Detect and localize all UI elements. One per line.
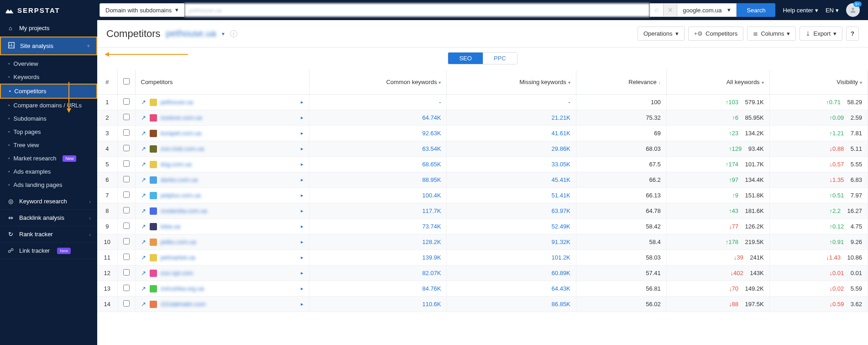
competitor-domain[interactable]: pethouse.ua xyxy=(161,99,193,106)
missing-keywords[interactable]: 52.49K xyxy=(447,219,576,234)
external-link-icon[interactable]: ↗ xyxy=(141,145,146,152)
missing-keywords[interactable]: 45.41K xyxy=(447,172,576,188)
columns-button[interactable]: ≣ Columns ▾ xyxy=(747,27,796,41)
row-checkbox[interactable] xyxy=(123,223,130,229)
sidebar-sub-item[interactable]: Market researchNew xyxy=(0,152,97,165)
common-keywords[interactable]: 92.63K xyxy=(309,126,447,141)
external-link-icon[interactable]: ↗ xyxy=(141,239,146,245)
expand-icon[interactable]: ▸ xyxy=(301,286,303,292)
col-all[interactable]: All keywords▾ xyxy=(666,70,769,95)
common-keywords[interactable]: 110.6K xyxy=(309,297,447,312)
common-keywords[interactable]: 63.54K xyxy=(309,141,447,157)
common-keywords[interactable]: 139.9K xyxy=(309,250,447,265)
missing-keywords[interactable]: 63.97K xyxy=(447,203,576,219)
common-keywords[interactable]: 68.65K xyxy=(309,157,447,172)
expand-icon[interactable]: ▸ xyxy=(301,223,303,229)
expand-icon[interactable]: ▸ xyxy=(301,192,303,198)
common-keywords[interactable]: 117.7K xyxy=(309,203,447,219)
row-checkbox[interactable] xyxy=(123,129,130,136)
common-keywords[interactable]: 88.95K xyxy=(309,172,447,188)
sidebar-sub-item[interactable]: Ads landing pages xyxy=(0,178,97,191)
missing-keywords[interactable]: 41.61K xyxy=(447,126,576,141)
expand-icon[interactable]: ▸ xyxy=(301,130,303,136)
competitor-domain[interactable]: petko.com.ua xyxy=(161,239,196,245)
sidebar-sub-item[interactable]: Subdomains xyxy=(0,112,97,125)
operations-button[interactable]: Operations ▾ xyxy=(638,27,685,41)
sidebar-item-rank-tracker[interactable]: ↻ Rank tracker › xyxy=(0,226,97,243)
common-keywords[interactable]: 84.76K xyxy=(309,281,447,297)
row-checkbox[interactable] xyxy=(123,98,130,105)
external-link-icon[interactable]: ↗ xyxy=(141,161,146,168)
missing-keywords[interactable]: - xyxy=(447,95,576,110)
language-select[interactable]: EN ▾ xyxy=(826,7,839,14)
expand-icon[interactable]: ▸ xyxy=(301,115,303,121)
common-keywords[interactable]: 73.74K xyxy=(309,219,447,234)
expand-icon[interactable]: ▸ xyxy=(301,255,303,260)
col-relevance[interactable]: Relevance↓ xyxy=(576,70,666,95)
row-checkbox[interactable] xyxy=(123,269,130,276)
col-visibility[interactable]: Visibility▾ xyxy=(769,70,868,95)
select-all-checkbox[interactable] xyxy=(123,78,130,85)
competitor-domain[interactable]: zvirushka.org.ua xyxy=(161,285,204,292)
competitor-domain[interactable]: zoo-club.com.ua xyxy=(161,145,204,152)
sidebar-sub-item[interactable]: Overview xyxy=(0,57,97,70)
sidebar-sub-item[interactable]: Keywords xyxy=(0,70,97,84)
row-checkbox[interactable] xyxy=(123,254,130,260)
search-button[interactable]: Search xyxy=(737,3,775,17)
sidebar-sub-item[interactable]: Top pages xyxy=(0,125,97,138)
expand-icon[interactable]: ▸ xyxy=(301,270,303,276)
competitor-domain[interactable]: dog.com.ua xyxy=(161,161,192,168)
competitor-domain[interactable]: petmarket.ua xyxy=(161,254,195,261)
export-button[interactable]: ⤓ Export ▾ xyxy=(800,27,842,41)
missing-keywords[interactable]: 51.41K xyxy=(447,188,576,203)
clear-icon[interactable]: ✕ xyxy=(664,3,677,17)
star-icon[interactable]: ☆ xyxy=(650,3,664,17)
user-avatar[interactable]: 9+ xyxy=(846,3,860,17)
sidebar-item-keyword-research[interactable]: ◎ Keyword research › xyxy=(0,193,97,210)
help-button[interactable]: ? xyxy=(846,27,859,41)
external-link-icon[interactable]: ↗ xyxy=(141,130,146,137)
missing-keywords[interactable]: 91.32K xyxy=(447,234,576,250)
expand-icon[interactable]: ▸ xyxy=(301,99,303,105)
external-link-icon[interactable]: ↗ xyxy=(141,223,146,230)
tab-ppc[interactable]: PPC xyxy=(483,53,517,64)
missing-keywords[interactable]: 101.2K xyxy=(447,250,576,265)
sidebar-item-backlink-analysis[interactable]: ⇔ Backlink analysis › xyxy=(0,210,97,226)
row-checkbox[interactable] xyxy=(123,114,130,120)
sidebar-item-link-tracker[interactable]: ☍ Link tracker New xyxy=(0,243,97,259)
expand-icon[interactable]: ▸ xyxy=(301,161,303,167)
common-keywords[interactable]: 82.07K xyxy=(309,265,447,281)
external-link-icon[interactable]: ↗ xyxy=(141,114,146,121)
row-checkbox[interactable] xyxy=(123,145,130,151)
sidebar-item-site-analysis[interactable]: Site analysis ▾ xyxy=(0,37,97,55)
missing-keywords[interactable]: 33.05K xyxy=(447,157,576,172)
info-icon[interactable]: i xyxy=(230,30,237,37)
competitor-domain[interactable]: zoolandia.com.ua xyxy=(161,207,207,214)
competitor-domain[interactable]: danko.com.ua xyxy=(161,176,198,183)
expand-icon[interactable]: ▸ xyxy=(301,208,303,214)
competitor-domain[interactable]: korapet.com.ua xyxy=(161,130,202,137)
row-checkbox[interactable] xyxy=(123,300,130,307)
expand-icon[interactable]: ▸ xyxy=(301,301,303,307)
external-link-icon[interactable]: ↗ xyxy=(141,207,146,214)
external-link-icon[interactable]: ↗ xyxy=(141,99,146,106)
external-link-icon[interactable]: ↗ xyxy=(141,254,146,261)
row-checkbox[interactable] xyxy=(123,191,130,198)
competitor-domain[interactable]: 101dalmatin.com xyxy=(161,301,206,308)
tab-seo[interactable]: SEO xyxy=(448,53,482,64)
common-keywords[interactable]: - xyxy=(309,95,447,110)
row-checkbox[interactable] xyxy=(123,207,130,213)
col-competitors[interactable]: Competitors xyxy=(135,70,309,95)
domain-type-select[interactable]: Domain with subdomains ▾ xyxy=(99,3,184,17)
missing-keywords[interactable]: 29.86K xyxy=(447,141,576,157)
competitor-domain[interactable]: zoo-opt.com xyxy=(161,270,193,276)
external-link-icon[interactable]: ↗ xyxy=(141,301,146,308)
sidebar-sub-item[interactable]: Compare domains / URLs xyxy=(0,99,97,112)
domain-search-input[interactable] xyxy=(184,3,650,17)
sidebar-sub-item[interactable]: Competitors xyxy=(0,84,97,99)
col-number[interactable]: # xyxy=(97,70,117,95)
competitor-domain[interactable]: toba.ua xyxy=(161,223,180,230)
caret-down-icon[interactable]: ▾ xyxy=(222,31,225,37)
page-domain[interactable]: pethouse.ua xyxy=(166,28,216,39)
expand-icon[interactable]: ▸ xyxy=(301,146,303,152)
